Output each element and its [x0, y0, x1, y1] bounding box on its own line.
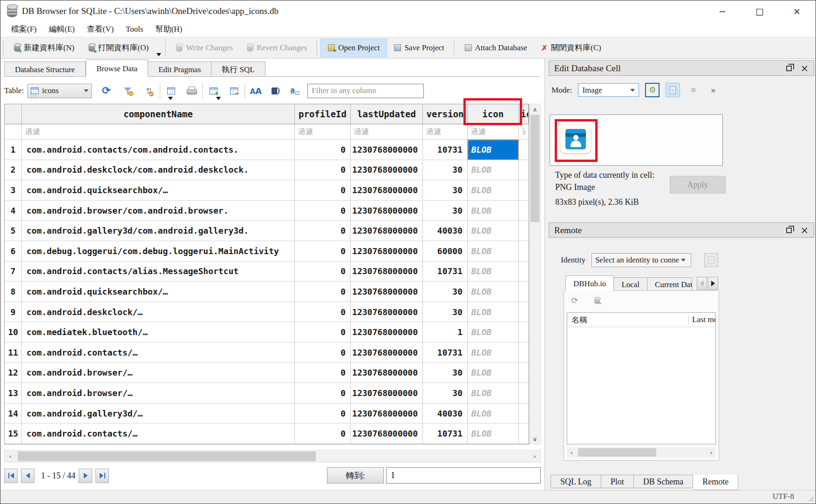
cell-partial[interactable] [519, 282, 529, 302]
remote-list-column-lastmodified[interactable]: Last mo [688, 315, 715, 324]
filter-any-column-input[interactable] [307, 84, 424, 98]
cell-row-number[interactable]: 3 [5, 180, 22, 201]
column-header-componentname[interactable]: componentName [22, 104, 295, 124]
cell-partial[interactable] [519, 262, 529, 282]
cell-profileid[interactable]: 0 [295, 160, 351, 181]
menu-view[interactable]: 查看(V) [81, 23, 120, 36]
cell-profileid[interactable]: 0 [295, 262, 351, 282]
cell-version[interactable]: 10731 [423, 423, 468, 444]
column-header-lastupdated[interactable]: lastUpdated [351, 104, 423, 124]
cell-version[interactable]: 30 [423, 383, 468, 403]
cell-icon-blob[interactable]: BLOB [468, 363, 519, 383]
cell-profileid[interactable]: 0 [295, 140, 351, 160]
float-panel-icon[interactable] [786, 66, 792, 71]
cell-profileid[interactable]: 0 [295, 180, 351, 201]
open-database-dropdown-arrow-icon[interactable] [156, 53, 161, 56]
refresh-button[interactable]: ⟳ [100, 85, 112, 97]
cell-partial[interactable] [519, 140, 529, 160]
clear-filters-button[interactable] [122, 85, 134, 97]
revert-changes-button[interactable]: Revert Changes [240, 39, 314, 57]
cell-profileid[interactable]: 0 [295, 423, 351, 444]
open-database-button[interactable]: ▸ 打開資料庫(O) [82, 39, 156, 57]
cell-lastupdated[interactable]: 1230768000000 [351, 201, 423, 221]
cell-version[interactable]: 60000 [423, 241, 468, 262]
cell-partial[interactable] [519, 180, 529, 201]
cell-version[interactable]: 30 [423, 160, 468, 181]
cell-componentname[interactable]: com.android.quicksearchbox/… [22, 282, 295, 302]
cell-profileid[interactable]: 0 [295, 383, 351, 403]
toolbar-drag-handle[interactable] [316, 40, 319, 55]
toolbar-drag-handle[interactable] [454, 40, 456, 55]
previous-page-button[interactable] [21, 469, 34, 483]
copy-dropdown-arrow-icon[interactable] [168, 97, 173, 100]
tab-remote[interactable]: Remote [693, 475, 738, 490]
cell-row-number[interactable]: 7 [5, 262, 22, 282]
dictionary-button[interactable] [269, 85, 281, 97]
cell-lastupdated[interactable]: 1230768000000 [351, 302, 423, 323]
cell-icon-blob[interactable]: BLOB [468, 241, 519, 262]
table-row[interactable]: 15com.android.contacts/…0123076800000010… [5, 423, 529, 444]
record-dropdown-arrow-icon[interactable] [216, 97, 221, 100]
cell-componentname[interactable]: com.android.contacts/… [22, 343, 295, 363]
cell-version[interactable]: 40030 [423, 403, 468, 424]
first-page-button[interactable] [4, 469, 18, 483]
scroll-left-arrow-icon[interactable]: ‹ [567, 447, 576, 457]
remote-database-list[interactable]: 名稱 Last mo [567, 312, 716, 444]
cell-componentname[interactable]: com.android.browser/… [22, 383, 295, 403]
cell-profileid[interactable]: 0 [295, 201, 351, 221]
float-panel-icon[interactable] [786, 228, 792, 233]
cell-version[interactable]: 10731 [423, 262, 468, 282]
mode-selector[interactable]: Image [578, 83, 639, 97]
cell-row-number[interactable]: 2 [5, 160, 22, 181]
filter-input-lastupdated[interactable] [351, 124, 422, 139]
cell-icon-blob[interactable]: BLOB [468, 221, 519, 241]
print-button[interactable] [185, 85, 197, 97]
table-row[interactable]: 12com.android.browser/…0123076800000030B… [5, 363, 529, 383]
table-row[interactable]: 11com.android.contacts/…0123076800000010… [5, 343, 529, 363]
cell-partial[interactable] [519, 221, 529, 241]
cell-lastupdated[interactable]: 1230768000000 [351, 343, 423, 363]
column-header-partial[interactable]: ic [519, 104, 529, 124]
cell-partial[interactable] [519, 363, 529, 383]
cell-version[interactable]: 30 [423, 201, 468, 221]
cell-row-number[interactable]: 15 [5, 423, 22, 444]
menu-tools[interactable]: Tools [120, 23, 150, 36]
cell-partial[interactable] [519, 160, 529, 181]
tab-scroll-right-button[interactable] [708, 277, 718, 290]
table-row[interactable]: 2com.android.deskclock/com.android.deskc… [5, 160, 529, 181]
apply-button[interactable]: Apply [670, 176, 726, 194]
cell-componentname[interactable]: com.android.browser/com.android.browser. [22, 201, 295, 221]
remote-list-column-name[interactable]: 名稱 [567, 315, 688, 325]
import-export-button[interactable]: ⚙ [645, 83, 660, 97]
cell-partial[interactable] [519, 403, 529, 424]
font-style-button[interactable]: a▫ [289, 85, 301, 97]
table-row[interactable]: 8com.android.quicksearchbox/…01230768000… [5, 282, 529, 302]
cell-componentname[interactable]: com.mediatek.bluetooth/… [22, 322, 295, 343]
remote-list-horizontal-scrollbar[interactable]: ‹ › [567, 447, 716, 457]
cell-lastupdated[interactable]: 1230768000000 [351, 423, 423, 444]
cell-profileid[interactable]: 0 [295, 221, 351, 241]
filter-input-version[interactable] [423, 124, 467, 139]
cell-partial[interactable] [519, 343, 529, 363]
cell-row-number[interactable]: 14 [5, 403, 22, 424]
tab-edit-pragmas[interactable]: Edit Pragmas [148, 61, 211, 77]
table-row[interactable]: 1com.android.contacts/com.android.contac… [5, 140, 529, 160]
cell-componentname[interactable]: com.android.quicksearchbox/… [22, 180, 295, 201]
cell-componentname[interactable]: com.debug.loggerui/com.debug.loggerui.Ma… [22, 241, 295, 262]
cell-componentname[interactable]: com.android.contacts/com.android.contact… [22, 140, 295, 160]
save-project-button[interactable]: Save Project [387, 39, 451, 57]
cell-lastupdated[interactable]: 1230768000000 [351, 383, 423, 403]
cell-icon-blob[interactable]: BLOB [468, 383, 519, 403]
cell-icon-blob[interactable]: BLOB [468, 322, 519, 343]
close-panel-icon[interactable]: × [800, 66, 809, 71]
cell-icon-blob[interactable]: BLOB [468, 180, 519, 201]
menu-help[interactable]: 幫助(H) [150, 23, 189, 36]
cell-version[interactable]: 30 [423, 180, 468, 201]
import-certificate-button[interactable] [704, 253, 718, 267]
cell-profileid[interactable]: 0 [295, 282, 351, 302]
close-database-button[interactable]: ✗ 關閉資料庫(C) [534, 39, 608, 57]
encoding-label[interactable]: UTF-8 [773, 492, 794, 501]
cell-version[interactable]: 30 [423, 302, 468, 323]
cell-row-number[interactable]: 13 [5, 383, 22, 403]
scroll-right-arrow-icon[interactable]: › [529, 450, 540, 462]
